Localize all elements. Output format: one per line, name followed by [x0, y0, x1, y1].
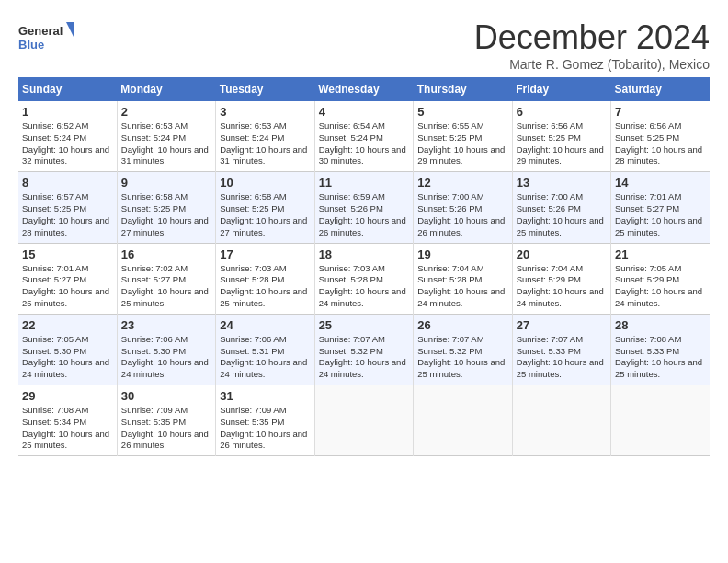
- calendar-cell: [512, 385, 610, 456]
- day-detail: Sunrise: 6:56 AMSunset: 5:25 PMDaylight:…: [517, 121, 604, 166]
- day-number: 16: [121, 247, 211, 261]
- calendar-cell: 20 Sunrise: 7:04 AMSunset: 5:29 PMDaylig…: [512, 243, 610, 314]
- month-title: December 2024: [474, 18, 710, 57]
- weekday-header-monday: Monday: [117, 77, 215, 101]
- day-detail: Sunrise: 7:02 AMSunset: 5:27 PMDaylight:…: [121, 263, 209, 308]
- calendar-week-row: 1 Sunrise: 6:52 AMSunset: 5:24 PMDayligh…: [18, 101, 710, 172]
- day-number: 29: [22, 389, 113, 403]
- weekday-header-thursday: Thursday: [414, 77, 512, 101]
- day-number: 24: [220, 318, 310, 332]
- calendar-cell: 14 Sunrise: 7:01 AMSunset: 5:27 PMDaylig…: [611, 172, 711, 243]
- page-header: General Blue December 2024 Marte R. Gome…: [18, 18, 710, 72]
- day-number: 10: [220, 176, 310, 190]
- svg-marker-2: [66, 22, 74, 37]
- calendar-cell: [414, 385, 512, 456]
- day-detail: Sunrise: 7:09 AMSunset: 5:35 PMDaylight:…: [121, 405, 209, 450]
- calendar-cell: 10 Sunrise: 6:58 AMSunset: 5:25 PMDaylig…: [216, 172, 314, 243]
- calendar-cell: 31 Sunrise: 7:09 AMSunset: 5:35 PMDaylig…: [216, 385, 314, 456]
- day-detail: Sunrise: 6:53 AMSunset: 5:24 PMDaylight:…: [121, 121, 209, 166]
- weekday-header-tuesday: Tuesday: [216, 77, 314, 101]
- day-detail: Sunrise: 7:01 AMSunset: 5:27 PMDaylight:…: [615, 191, 702, 236]
- day-detail: Sunrise: 6:56 AMSunset: 5:25 PMDaylight:…: [615, 121, 702, 166]
- calendar-cell: [611, 385, 711, 456]
- day-detail: Sunrise: 7:08 AMSunset: 5:33 PMDaylight:…: [615, 334, 702, 379]
- day-number: 11: [319, 176, 410, 190]
- calendar-cell: [314, 385, 414, 456]
- calendar-cell: 3 Sunrise: 6:53 AMSunset: 5:24 PMDayligh…: [216, 101, 314, 172]
- day-number: 17: [220, 247, 310, 261]
- calendar-cell: 12 Sunrise: 7:00 AMSunset: 5:26 PMDaylig…: [414, 172, 512, 243]
- calendar-cell: 28 Sunrise: 7:08 AMSunset: 5:33 PMDaylig…: [611, 314, 711, 385]
- calendar-cell: 8 Sunrise: 6:57 AMSunset: 5:25 PMDayligh…: [18, 172, 117, 243]
- calendar-cell: 6 Sunrise: 6:56 AMSunset: 5:25 PMDayligh…: [512, 101, 610, 172]
- calendar-cell: 5 Sunrise: 6:55 AMSunset: 5:25 PMDayligh…: [414, 101, 512, 172]
- calendar-week-row: 8 Sunrise: 6:57 AMSunset: 5:25 PMDayligh…: [18, 172, 710, 243]
- calendar-cell: 4 Sunrise: 6:54 AMSunset: 5:24 PMDayligh…: [314, 101, 414, 172]
- day-detail: Sunrise: 7:09 AMSunset: 5:35 PMDaylight:…: [220, 405, 307, 450]
- calendar-cell: 15 Sunrise: 7:01 AMSunset: 5:27 PMDaylig…: [18, 243, 117, 314]
- day-detail: Sunrise: 7:05 AMSunset: 5:30 PMDaylight:…: [22, 334, 109, 379]
- day-detail: Sunrise: 7:08 AMSunset: 5:34 PMDaylight:…: [22, 405, 109, 450]
- day-detail: Sunrise: 7:07 AMSunset: 5:33 PMDaylight:…: [517, 334, 604, 379]
- day-detail: Sunrise: 7:03 AMSunset: 5:28 PMDaylight:…: [319, 263, 406, 308]
- day-number: 23: [121, 318, 211, 332]
- logo: General Blue: [18, 18, 74, 59]
- day-detail: Sunrise: 6:53 AMSunset: 5:24 PMDaylight:…: [220, 121, 307, 166]
- calendar-cell: 25 Sunrise: 7:07 AMSunset: 5:32 PMDaylig…: [314, 314, 414, 385]
- calendar-cell: 7 Sunrise: 6:56 AMSunset: 5:25 PMDayligh…: [611, 101, 711, 172]
- weekday-header-sunday: Sunday: [18, 77, 117, 101]
- day-detail: Sunrise: 7:04 AMSunset: 5:28 PMDaylight:…: [417, 263, 505, 308]
- calendar-week-row: 29 Sunrise: 7:08 AMSunset: 5:34 PMDaylig…: [18, 385, 710, 456]
- calendar-cell: 13 Sunrise: 7:00 AMSunset: 5:26 PMDaylig…: [512, 172, 610, 243]
- day-number: 13: [517, 176, 607, 190]
- day-number: 5: [417, 105, 507, 119]
- day-number: 3: [220, 105, 310, 119]
- day-number: 6: [517, 105, 607, 119]
- calendar-table: SundayMondayTuesdayWednesdayThursdayFrid…: [18, 77, 710, 456]
- calendar-cell: 26 Sunrise: 7:07 AMSunset: 5:32 PMDaylig…: [414, 314, 512, 385]
- day-number: 30: [121, 389, 211, 403]
- day-number: 2: [121, 105, 211, 119]
- weekday-header-row: SundayMondayTuesdayWednesdayThursdayFrid…: [18, 77, 710, 101]
- day-detail: Sunrise: 6:58 AMSunset: 5:25 PMDaylight:…: [220, 191, 307, 236]
- day-detail: Sunrise: 7:06 AMSunset: 5:30 PMDaylight:…: [121, 334, 209, 379]
- day-number: 15: [22, 247, 113, 261]
- calendar-cell: 17 Sunrise: 7:03 AMSunset: 5:28 PMDaylig…: [216, 243, 314, 314]
- day-detail: Sunrise: 6:59 AMSunset: 5:26 PMDaylight:…: [319, 191, 406, 236]
- calendar-cell: 11 Sunrise: 6:59 AMSunset: 5:26 PMDaylig…: [314, 172, 414, 243]
- weekday-header-saturday: Saturday: [611, 77, 711, 101]
- day-number: 18: [319, 247, 410, 261]
- svg-text:General: General: [18, 24, 63, 38]
- day-detail: Sunrise: 7:07 AMSunset: 5:32 PMDaylight:…: [319, 334, 406, 379]
- calendar-cell: 21 Sunrise: 7:05 AMSunset: 5:29 PMDaylig…: [611, 243, 711, 314]
- day-number: 31: [220, 389, 310, 403]
- day-number: 7: [615, 105, 706, 119]
- svg-text:Blue: Blue: [18, 38, 44, 52]
- day-number: 20: [517, 247, 607, 261]
- calendar-cell: 24 Sunrise: 7:06 AMSunset: 5:31 PMDaylig…: [216, 314, 314, 385]
- day-detail: Sunrise: 6:55 AMSunset: 5:25 PMDaylight:…: [417, 121, 505, 166]
- calendar-cell: 1 Sunrise: 6:52 AMSunset: 5:24 PMDayligh…: [18, 101, 117, 172]
- calendar-week-row: 15 Sunrise: 7:01 AMSunset: 5:27 PMDaylig…: [18, 243, 710, 314]
- day-number: 22: [22, 318, 113, 332]
- day-detail: Sunrise: 7:05 AMSunset: 5:29 PMDaylight:…: [615, 263, 702, 308]
- day-detail: Sunrise: 6:57 AMSunset: 5:25 PMDaylight:…: [22, 191, 109, 236]
- weekday-header-wednesday: Wednesday: [314, 77, 414, 101]
- location-subtitle: Marte R. Gomez (Tobarito), Mexico: [474, 57, 710, 72]
- calendar-week-row: 22 Sunrise: 7:05 AMSunset: 5:30 PMDaylig…: [18, 314, 710, 385]
- calendar-cell: 30 Sunrise: 7:09 AMSunset: 5:35 PMDaylig…: [117, 385, 215, 456]
- day-detail: Sunrise: 7:07 AMSunset: 5:32 PMDaylight:…: [417, 334, 505, 379]
- day-number: 28: [615, 318, 706, 332]
- day-number: 12: [417, 176, 507, 190]
- day-number: 8: [22, 176, 113, 190]
- calendar-cell: 16 Sunrise: 7:02 AMSunset: 5:27 PMDaylig…: [117, 243, 215, 314]
- calendar-cell: 2 Sunrise: 6:53 AMSunset: 5:24 PMDayligh…: [117, 101, 215, 172]
- day-detail: Sunrise: 7:04 AMSunset: 5:29 PMDaylight:…: [517, 263, 604, 308]
- calendar-cell: 19 Sunrise: 7:04 AMSunset: 5:28 PMDaylig…: [414, 243, 512, 314]
- day-number: 1: [22, 105, 113, 119]
- day-detail: Sunrise: 6:58 AMSunset: 5:25 PMDaylight:…: [121, 191, 209, 236]
- title-area: December 2024 Marte R. Gomez (Tobarito),…: [474, 18, 710, 72]
- day-number: 9: [121, 176, 211, 190]
- weekday-header-friday: Friday: [512, 77, 610, 101]
- day-number: 21: [615, 247, 706, 261]
